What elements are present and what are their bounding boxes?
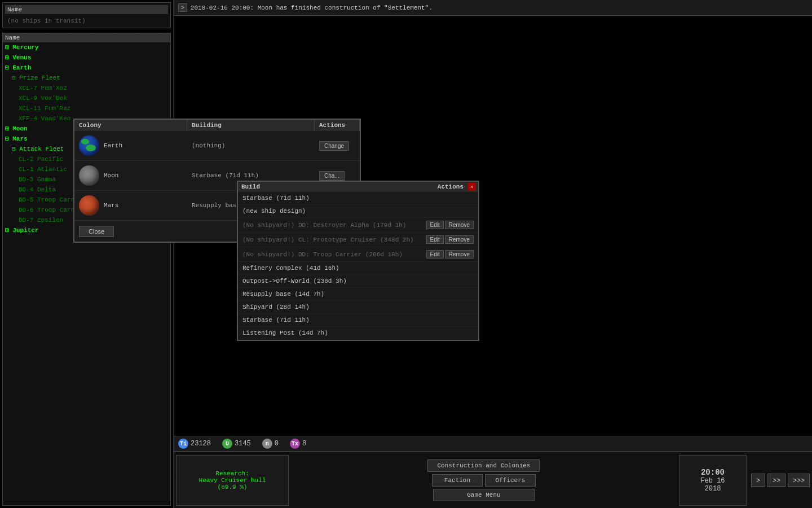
remove-btn-4[interactable]: Remove xyxy=(445,250,474,259)
n-icon: n xyxy=(262,439,272,449)
time-display: 20:00 xyxy=(701,468,725,477)
fleet-item-prize-fleet[interactable]: ⊟ Prize Fleet xyxy=(3,73,170,83)
u-resource: U 3145 xyxy=(222,439,251,449)
moon-planet-icon xyxy=(79,165,99,186)
colony-close-button[interactable]: Close xyxy=(79,226,114,237)
fleet-panel-header: Name xyxy=(3,33,170,42)
notification-arrow-button[interactable]: > xyxy=(178,3,187,12)
n-resource: n 0 xyxy=(262,439,279,449)
earth-planet-name: Earth xyxy=(104,142,122,149)
build-item-5[interactable]: Refinery Complex (41d 16h) xyxy=(238,262,478,275)
time-medium-button[interactable]: >> xyxy=(767,474,785,487)
build-item-8[interactable]: Shipyard (28d 14h) xyxy=(238,301,478,314)
transit-panel-header: Name xyxy=(5,5,168,14)
tx-resource: Tx 8 xyxy=(290,439,306,449)
build-item-10[interactable]: Listening Post (14d 7h) xyxy=(238,327,478,340)
transit-panel-content: (no ships in transit) xyxy=(5,16,168,25)
earth-building: (nothing) xyxy=(187,141,315,150)
ti-resource: Ti 23128 xyxy=(178,439,211,449)
actions-col-header: Actions xyxy=(315,120,360,131)
construction-colonies-button[interactable]: Construction and Colonies xyxy=(427,459,540,472)
mars-planet-name: Mars xyxy=(104,202,118,209)
build-item-4[interactable]: (No shipyard!) DD: Troop Carrier (206d 1… xyxy=(238,247,478,262)
u-icon: U xyxy=(222,439,232,449)
ti-value: 23128 xyxy=(191,440,211,448)
time-slow-button[interactable]: > xyxy=(751,474,765,487)
build-item-9[interactable]: Starbase (71d 11h) xyxy=(238,314,478,327)
remove-btn-2[interactable]: Remove xyxy=(445,221,474,229)
fleet-item-xcl-11[interactable]: XCL-11 Fom'Raz xyxy=(3,103,170,113)
earth-change-button[interactable]: Change xyxy=(319,141,349,151)
research-label: Research: xyxy=(215,470,249,477)
build-item-6[interactable]: Outpost->Off-World (238d 3h) xyxy=(238,275,478,288)
moon-building: Starbase (71d 11h) xyxy=(187,171,315,180)
time-fast-button[interactable]: >>> xyxy=(788,474,810,487)
edit-btn-3[interactable]: Edit xyxy=(426,235,444,244)
remove-btn-3[interactable]: Remove xyxy=(445,235,474,244)
fleet-item-earth[interactable]: ⊟ Earth xyxy=(3,63,170,73)
building-col-header: Building xyxy=(187,120,315,131)
build-item-0[interactable]: Starbase (71d 11h) xyxy=(238,192,478,205)
earth-planet-icon xyxy=(79,135,99,156)
build-item-3[interactable]: (No shipyard!) CL: Prototype Cruiser (34… xyxy=(238,233,478,247)
u-value: 3145 xyxy=(235,440,251,448)
build-item-1[interactable]: (new ship design) xyxy=(238,205,478,218)
game-menu-button[interactable]: Game Menu xyxy=(433,489,535,501)
moon-planet-name: Moon xyxy=(104,172,118,179)
research-progress: (69.9 %) xyxy=(218,484,248,491)
ti-icon: Ti xyxy=(178,439,188,449)
mars-planet-icon xyxy=(79,195,99,216)
moon-change-button[interactable]: Cha... xyxy=(319,171,345,181)
edit-btn-4[interactable]: Edit xyxy=(426,250,444,259)
fleet-item-xcl-7[interactable]: XCL-7 Pem'Xoz xyxy=(3,83,170,93)
fleet-item-mercury[interactable]: ⊞ Mercury xyxy=(3,42,170,52)
date-display-1: Feb 16 xyxy=(700,477,725,485)
faction-button[interactable]: Faction xyxy=(432,474,483,487)
n-value: 0 xyxy=(275,440,279,448)
build-dialog-close-button[interactable]: × xyxy=(468,183,476,191)
fleet-item-venus[interactable]: ⊞ Venus xyxy=(3,52,170,63)
notification-message: 2018-02-16 20:00: Moon has finished cons… xyxy=(191,5,433,11)
date-display-2: 2018 xyxy=(705,485,721,493)
build-actions-col-header: Actions xyxy=(401,183,475,190)
build-col-header: Build xyxy=(241,183,401,190)
time-panel: 20:00 Feb 16 2018 xyxy=(679,455,747,506)
tx-value: 8 xyxy=(302,440,306,448)
build-item-7[interactable]: Resupply base (14d 7h) xyxy=(238,288,478,301)
edit-btn-2[interactable]: Edit xyxy=(426,221,444,229)
officers-button[interactable]: Officers xyxy=(485,474,536,487)
colony-col-header: Colony xyxy=(74,120,187,131)
build-item-2[interactable]: (No shipyard!) DD: Destroyer Alpha (179d… xyxy=(238,218,478,233)
research-panel: Research: Heavy Cruiser hull (69.9 %) xyxy=(176,455,289,506)
colony-row-earth: Earth(nothing)Change xyxy=(74,131,360,161)
tx-icon: Tx xyxy=(290,439,300,449)
research-item: Heavy Cruiser hull xyxy=(199,477,266,484)
fleet-item-xcl-9[interactable]: XCL-9 Vox'Dek xyxy=(3,93,170,103)
build-dialog: Build Actions × Starbase (71d 11h)(new s… xyxy=(237,181,479,341)
